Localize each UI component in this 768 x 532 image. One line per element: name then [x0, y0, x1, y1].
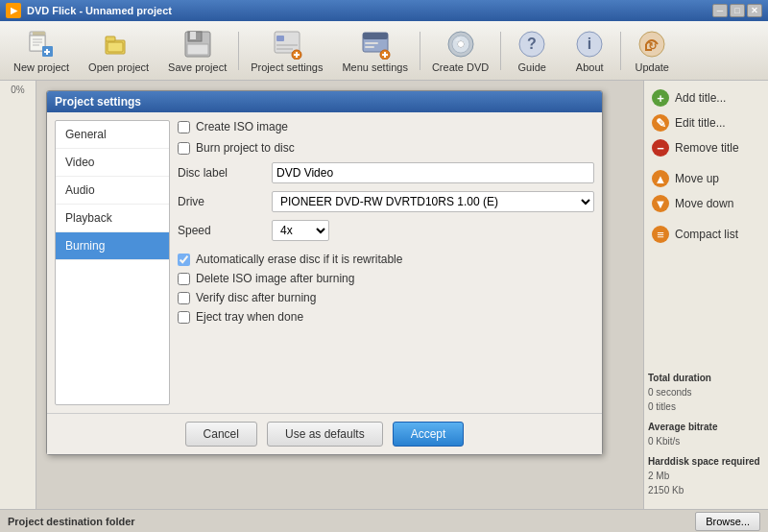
sidebar-item-video[interactable]: Video: [56, 149, 169, 177]
sidebar-item-burning[interactable]: Burning: [56, 232, 169, 260]
update-icon: ↻: [636, 29, 667, 60]
avg-bitrate-section: Average bitrate 0 Kbit/s: [648, 420, 764, 448]
disc-label-text: Disc label: [178, 166, 264, 180]
right-panel: + Add title... ✎ Edit title... − Remove …: [643, 81, 768, 509]
add-title-button[interactable]: + Add title...: [648, 86, 764, 109]
add-title-label: Add title...: [675, 91, 726, 105]
dialog-footer: Cancel Use as defaults Accept: [47, 413, 602, 454]
create-iso-row: Create ISO image: [178, 120, 594, 133]
svg-rect-14: [190, 32, 196, 39]
speed-row: Speed 1x 2x 4x 8x Max: [178, 220, 594, 241]
toolbar-new-project[interactable]: New project: [4, 24, 79, 78]
move-up-button[interactable]: ▲ Move up: [648, 167, 764, 190]
toolbar-separator-1: [238, 32, 239, 70]
toolbar-update[interactable]: ↻ Update: [623, 24, 681, 78]
move-down-label: Move down: [675, 197, 733, 210]
dialog-body: General Video Audio Playback Burning Cre…: [47, 112, 602, 413]
harddisk-val1: 2 Mb: [648, 469, 764, 483]
window-controls[interactable]: ─ □ ✕: [712, 4, 762, 17]
menu-settings-icon: [360, 29, 391, 60]
sidebar-item-playback[interactable]: Playback: [56, 205, 169, 232]
verify-disc-checkbox[interactable]: [178, 292, 190, 304]
toolbar-separator-4: [620, 32, 621, 70]
remove-title-icon: −: [652, 139, 669, 157]
total-duration-val1: 0 seconds: [648, 385, 764, 399]
svg-rect-25: [365, 42, 378, 44]
verify-disc-label[interactable]: Verify disc after burning: [196, 291, 316, 304]
auto-erase-row: Automatically erase disc if it is rewrit…: [178, 253, 594, 266]
edit-title-button[interactable]: ✎ Edit title...: [648, 111, 764, 134]
drive-row: Drive PIONEER DVD-RW DVRTD10RS 1.00 (E): [178, 191, 594, 212]
cancel-button[interactable]: Cancel: [185, 422, 257, 447]
disc-label-input[interactable]: [272, 162, 594, 183]
harddisk-title: Harddisk space required: [648, 454, 764, 469]
delete-iso-label[interactable]: Delete ISO image after burning: [196, 272, 354, 285]
about-icon: i: [574, 29, 605, 60]
remove-title-button[interactable]: − Remove title: [648, 136, 764, 159]
move-down-icon: ▼: [652, 195, 669, 212]
compact-list-label: Compact list: [675, 228, 738, 241]
minimize-button[interactable]: ─: [712, 4, 728, 17]
main-area: 0% Project settings General Video Audio …: [0, 81, 768, 509]
toolbar-save-project[interactable]: Save project: [158, 24, 236, 78]
accept-button[interactable]: Accept: [393, 422, 465, 447]
total-duration-val2: 0 titles: [648, 399, 764, 414]
burn-project-checkbox[interactable]: [178, 142, 190, 155]
create-iso-checkbox[interactable]: [178, 121, 190, 133]
project-settings-label: Project settings: [251, 61, 323, 73]
use-defaults-button[interactable]: Use as defaults: [267, 422, 383, 447]
toolbar: New project Open project Save project: [0, 21, 768, 81]
harddisk-val2: 2150 Kb: [648, 483, 764, 497]
total-duration-section: Total duration 0 seconds 0 titles: [648, 371, 764, 414]
toolbar-separator-2: [420, 32, 420, 70]
new-project-label: New project: [13, 61, 69, 73]
svg-rect-15: [187, 44, 208, 55]
bottom-bar: Project destination folder Browse...: [0, 509, 768, 532]
about-label: About: [576, 61, 604, 73]
compact-list-button[interactable]: ≡ Compact list: [648, 223, 764, 246]
extra-checkboxes: Automatically erase disc if it is rewrit…: [178, 253, 594, 324]
move-up-icon: ▲: [652, 170, 669, 187]
svg-text:↻: ↻: [648, 40, 657, 52]
svg-text:i: i: [588, 36, 591, 52]
svg-rect-11: [108, 42, 123, 52]
open-project-icon: [104, 29, 134, 60]
create-dvd-label: Create DVD: [432, 61, 489, 73]
toolbar-menu-settings[interactable]: Menu settings: [332, 24, 417, 78]
browse-button[interactable]: Browse...: [695, 512, 760, 531]
auto-erase-label[interactable]: Automatically erase disc if it is rewrit…: [196, 253, 402, 266]
sidebar-item-audio[interactable]: Audio: [56, 177, 169, 205]
open-project-label: Open project: [88, 61, 149, 73]
settings-sidebar: General Video Audio Playback Burning: [55, 120, 170, 405]
toolbar-guide[interactable]: ? Guide: [503, 24, 561, 78]
project-settings-icon: [272, 29, 302, 60]
sidebar-item-general[interactable]: General: [56, 121, 169, 149]
toolbar-about[interactable]: i About: [561, 24, 618, 78]
toolbar-create-dvd[interactable]: Create DVD: [422, 24, 498, 78]
burn-project-label[interactable]: Burn project to disc: [196, 141, 295, 155]
avg-bitrate-title: Average bitrate: [648, 420, 764, 434]
right-info: Total duration 0 seconds 0 titles Averag…: [648, 371, 764, 503]
eject-tray-label[interactable]: Eject tray when done: [196, 310, 303, 324]
menu-settings-label: Menu settings: [342, 61, 407, 73]
add-title-icon: +: [652, 89, 669, 107]
delete-iso-checkbox[interactable]: [178, 273, 190, 285]
svg-rect-26: [365, 46, 374, 48]
burn-project-row: Burn project to disc: [178, 141, 594, 155]
app-icon: ▶: [6, 3, 21, 18]
create-iso-label[interactable]: Create ISO image: [196, 120, 288, 133]
eject-tray-checkbox[interactable]: [178, 311, 190, 324]
toolbar-separator-3: [500, 32, 501, 70]
close-button[interactable]: ✕: [747, 4, 762, 17]
toolbar-project-settings[interactable]: Project settings: [241, 24, 332, 78]
verify-disc-row: Verify disc after burning: [178, 291, 594, 304]
auto-erase-checkbox[interactable]: [178, 254, 190, 266]
maximize-button[interactable]: □: [730, 4, 745, 17]
drive-label: Drive: [178, 195, 264, 208]
title-bar: ▶ DVD Flick - Unnamed project ─ □ ✕: [0, 0, 768, 21]
drive-select[interactable]: PIONEER DVD-RW DVRTD10RS 1.00 (E): [272, 191, 594, 212]
move-down-button[interactable]: ▼ Move down: [648, 192, 764, 215]
avg-bitrate-val: 0 Kbit/s: [648, 434, 764, 448]
toolbar-open-project[interactable]: Open project: [79, 24, 158, 78]
speed-select[interactable]: 1x 2x 4x 8x Max: [272, 220, 329, 241]
